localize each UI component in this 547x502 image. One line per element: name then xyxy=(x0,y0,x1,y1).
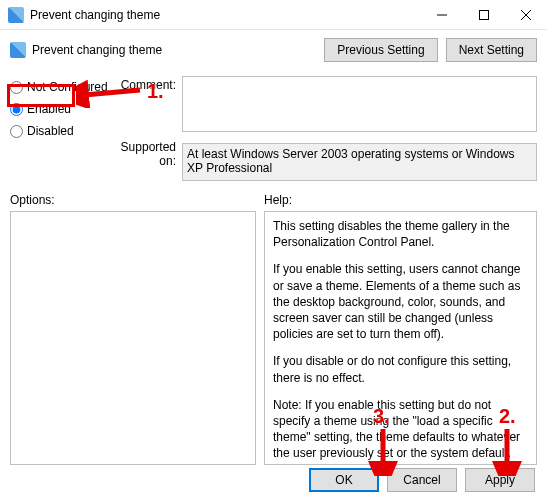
radio-label: Enabled xyxy=(27,102,71,116)
help-text: Note: If you enable this setting but do … xyxy=(273,397,528,462)
policy-icon xyxy=(10,42,26,58)
ok-button[interactable]: OK xyxy=(309,468,379,492)
comment-label: Comment: xyxy=(120,78,176,92)
comment-field[interactable] xyxy=(182,76,537,132)
radio-label: Disabled xyxy=(27,124,74,138)
close-button[interactable] xyxy=(505,1,547,29)
supported-on-field: At least Windows Server 2003 operating s… xyxy=(182,143,537,181)
minimize-button[interactable] xyxy=(421,1,463,29)
svg-rect-1 xyxy=(480,10,489,19)
help-text: This setting disables the theme gallery … xyxy=(273,218,528,250)
state-enabled[interactable]: Enabled xyxy=(10,102,120,116)
help-pane[interactable]: This setting disables the theme gallery … xyxy=(264,211,537,465)
help-text: If you enable this setting, users cannot… xyxy=(273,261,528,342)
radio-not-configured[interactable] xyxy=(10,81,23,94)
policy-heading: Prevent changing theme xyxy=(32,43,324,57)
help-text: If you disable or do not configure this … xyxy=(273,353,528,385)
next-setting-button[interactable]: Next Setting xyxy=(446,38,537,62)
title-bar: Prevent changing theme xyxy=(0,0,547,30)
supported-label: Supported on: xyxy=(120,140,176,168)
radio-label: Not Configured xyxy=(27,80,108,94)
window-title: Prevent changing theme xyxy=(30,8,421,22)
minimize-icon xyxy=(437,10,447,20)
help-label: Help: xyxy=(260,193,537,207)
options-label: Options: xyxy=(10,193,260,207)
policy-icon xyxy=(8,7,24,23)
state-not-configured[interactable]: Not Configured xyxy=(10,80,120,94)
state-disabled[interactable]: Disabled xyxy=(10,124,120,138)
options-pane xyxy=(10,211,256,465)
apply-button[interactable]: Apply xyxy=(465,468,535,492)
close-icon xyxy=(521,10,531,20)
maximize-button[interactable] xyxy=(463,1,505,29)
cancel-button[interactable]: Cancel xyxy=(387,468,457,492)
maximize-icon xyxy=(479,10,489,20)
radio-disabled[interactable] xyxy=(10,125,23,138)
previous-setting-button[interactable]: Previous Setting xyxy=(324,38,437,62)
radio-enabled[interactable] xyxy=(10,103,23,116)
